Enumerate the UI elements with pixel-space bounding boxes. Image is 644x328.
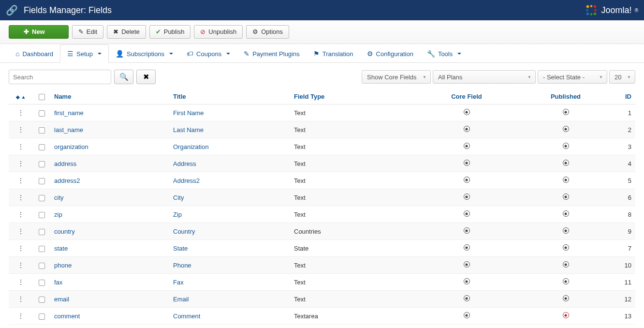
field-title-link[interactable]: City — [173, 194, 184, 201]
published-status-icon[interactable] — [563, 126, 569, 132]
publish-button[interactable]: ✔Publish — [149, 25, 191, 39]
row-checkbox[interactable] — [39, 280, 45, 286]
field-name-link[interactable]: state — [54, 245, 68, 252]
col-id[interactable]: ID — [614, 89, 635, 104]
clear-search-button[interactable]: ✖ — [136, 70, 156, 84]
row-checkbox[interactable] — [39, 212, 45, 218]
drag-handle-icon[interactable]: ⋮ — [17, 278, 24, 286]
field-name-link[interactable]: fax — [54, 279, 62, 286]
field-title-link[interactable]: Country — [173, 228, 195, 235]
field-title-link[interactable]: Comment — [173, 313, 200, 320]
options-button[interactable]: ⚙Options — [246, 25, 289, 39]
drag-handle-icon[interactable]: ⋮ — [17, 227, 24, 235]
published-status-icon[interactable] — [563, 109, 569, 115]
delete-button[interactable]: ✖Delete — [107, 25, 146, 39]
col-field-type[interactable]: Field Type — [290, 89, 416, 104]
col-check-all[interactable] — [33, 89, 50, 104]
nav-coupons[interactable]: 🏷Coupons — [180, 45, 237, 62]
row-checkbox[interactable] — [39, 144, 45, 150]
search-input[interactable] — [9, 70, 111, 84]
row-checkbox[interactable] — [39, 127, 45, 134]
published-status-icon[interactable] — [563, 194, 569, 200]
published-status-icon[interactable] — [563, 312, 569, 318]
col-core-field[interactable]: Core Field — [416, 89, 517, 104]
unpublish-button[interactable]: ⊘Unpublish — [194, 25, 243, 39]
published-status-icon[interactable] — [563, 177, 569, 183]
field-title-link[interactable]: First Name — [173, 109, 204, 117]
row-checkbox[interactable] — [39, 195, 45, 201]
core-field-status-icon[interactable] — [464, 126, 470, 132]
published-status-icon[interactable] — [563, 227, 569, 234]
field-title-link[interactable]: Email — [173, 296, 189, 303]
field-title-link[interactable]: Address2 — [173, 177, 200, 184]
row-checkbox[interactable] — [39, 297, 45, 303]
field-name-link[interactable]: address2 — [54, 177, 80, 184]
row-checkbox[interactable] — [39, 313, 45, 320]
drag-handle-icon[interactable]: ⋮ — [17, 210, 24, 218]
core-field-status-icon[interactable] — [464, 278, 470, 284]
row-checkbox[interactable] — [39, 263, 45, 269]
field-title-link[interactable]: Fax — [173, 279, 184, 286]
field-title-link[interactable]: Address — [173, 160, 196, 167]
core-field-status-icon[interactable] — [464, 177, 470, 183]
new-button[interactable]: ✚New — [9, 25, 69, 39]
nav-dashboard[interactable]: ⌂Dashboard — [9, 45, 60, 62]
field-title-link[interactable]: State — [173, 245, 188, 252]
field-name-link[interactable]: zip — [54, 211, 62, 218]
col-published[interactable]: Published — [517, 89, 614, 104]
nav-payment-plugins[interactable]: ✎Payment Plugins — [237, 45, 307, 62]
field-name-link[interactable]: email — [54, 296, 69, 303]
col-title[interactable]: Title — [169, 89, 290, 104]
col-order[interactable]: ◆ ▲ — [9, 89, 33, 104]
published-status-icon[interactable] — [563, 160, 569, 166]
published-status-icon[interactable] — [563, 261, 569, 268]
search-button[interactable]: 🔍 — [114, 70, 133, 84]
field-name-link[interactable]: city — [54, 194, 64, 201]
core-field-status-icon[interactable] — [464, 244, 470, 251]
nav-translation[interactable]: ⚑Translation — [307, 45, 360, 62]
published-status-icon[interactable] — [563, 244, 569, 251]
core-field-status-icon[interactable] — [464, 160, 470, 166]
drag-handle-icon[interactable]: ⋮ — [17, 194, 24, 201]
row-checkbox[interactable] — [39, 161, 45, 167]
field-name-link[interactable]: first_name — [54, 109, 84, 117]
core-field-status-icon[interactable] — [464, 227, 470, 234]
filter-core-fields[interactable]: Show Core Fields — [362, 70, 431, 84]
drag-handle-icon[interactable]: ⋮ — [17, 109, 24, 117]
field-title-link[interactable]: Zip — [173, 211, 182, 218]
core-field-status-icon[interactable] — [464, 194, 470, 200]
field-name-link[interactable]: comment — [54, 313, 80, 320]
row-checkbox[interactable] — [39, 178, 45, 184]
col-name[interactable]: Name — [50, 89, 169, 104]
core-field-status-icon[interactable] — [464, 261, 470, 268]
nav-setup[interactable]: ☰Setup — [60, 45, 109, 63]
filter-state[interactable]: - Select State - — [538, 70, 607, 84]
drag-handle-icon[interactable]: ⋮ — [17, 295, 24, 303]
published-status-icon[interactable] — [563, 295, 569, 301]
nav-configuration[interactable]: ⚙Configuration — [360, 45, 420, 62]
filter-limit[interactable]: 20 — [609, 70, 635, 84]
filter-plans[interactable]: All Plans — [433, 70, 536, 84]
field-name-link[interactable]: organization — [54, 143, 88, 150]
published-status-icon[interactable] — [563, 210, 569, 217]
core-field-status-icon[interactable] — [464, 312, 470, 318]
core-field-status-icon[interactable] — [464, 295, 470, 301]
field-title-link[interactable]: Organization — [173, 143, 209, 150]
nav-tools[interactable]: 🔧Tools — [420, 45, 468, 62]
drag-handle-icon[interactable]: ⋮ — [17, 126, 24, 134]
row-checkbox[interactable] — [39, 229, 45, 235]
core-field-status-icon[interactable] — [464, 109, 470, 115]
field-title-link[interactable]: Last Name — [173, 126, 204, 134]
edit-button[interactable]: ✎Edit — [72, 25, 103, 39]
published-status-icon[interactable] — [563, 143, 569, 149]
field-name-link[interactable]: phone — [54, 262, 72, 269]
drag-handle-icon[interactable]: ⋮ — [17, 261, 24, 269]
field-name-link[interactable]: address — [54, 160, 76, 167]
core-field-status-icon[interactable] — [464, 210, 470, 217]
nav-subscriptions[interactable]: 👤Subscriptions — [109, 45, 180, 62]
drag-handle-icon[interactable]: ⋮ — [17, 244, 24, 252]
row-checkbox[interactable] — [39, 110, 45, 117]
drag-handle-icon[interactable]: ⋮ — [17, 143, 24, 150]
published-status-icon[interactable] — [563, 278, 569, 284]
row-checkbox[interactable] — [39, 246, 45, 252]
